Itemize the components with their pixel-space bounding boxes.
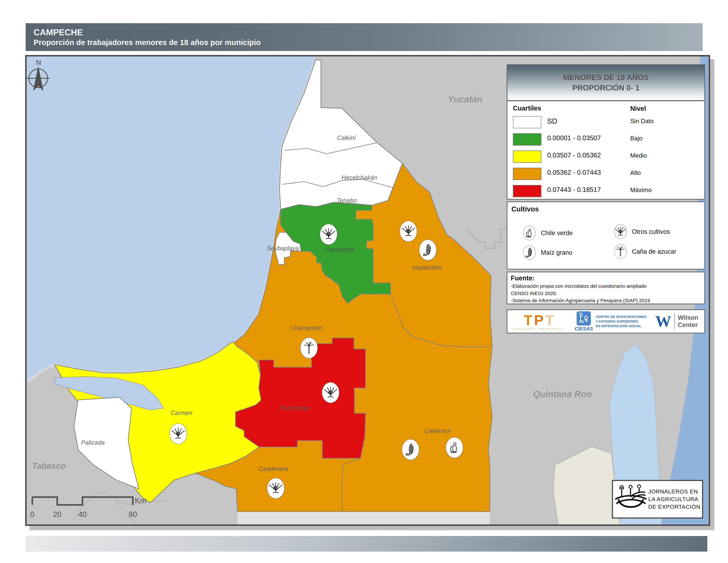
wilson-center-logo: W Wilson Center	[655, 314, 698, 329]
scale-tick-80: 80	[129, 510, 137, 519]
state-label-yucatan: Yucatán	[448, 94, 482, 104]
legend-row-maximo: 0.07443 - 0.18517 Máximo	[507, 184, 704, 199]
muni-label-calakmul: Calakmul	[425, 427, 451, 434]
legend-col-cuartiles: Cuartiles	[513, 104, 541, 112]
crop-icon-cana-de-azucar	[300, 338, 318, 358]
legend-col-nivel: Nivel	[630, 105, 646, 112]
cultivos-title: Cultivos	[511, 205, 539, 213]
ciesas-line: Y ESTUDIOS SUPERIORES	[596, 319, 647, 324]
legend-swatch-sd	[513, 116, 541, 128]
legend-range-maximo: 0.07443 - 0.18517	[547, 186, 601, 193]
cultivo-label: Chile verde	[541, 229, 573, 236]
region-guatemala	[238, 512, 490, 524]
crop-icon-chile-verde	[446, 437, 463, 458]
crop-icon-otros-cultivos	[320, 224, 337, 244]
tpt-letter: T	[545, 312, 556, 328]
legend-nivel-alto: Alto	[630, 169, 641, 176]
muni-label-champoton: Champotón	[290, 324, 322, 331]
jornaleros-line: LA AGRICULTURA	[648, 495, 700, 503]
jornaleros-logo-box: JORNALEROS EN LA AGRICULTURA DE EXPORTAC…	[612, 480, 703, 519]
legend-panel: MENORES DE 18 AÑOS PROPORCIÓN 0- 1 Cuart…	[507, 64, 705, 200]
crop-icon-otros-cultivos	[170, 423, 187, 444]
legend-nivel-sd: Sin Dato	[630, 118, 654, 125]
legend-nivel-maximo: Máximo	[630, 187, 652, 193]
crop-icon-otros-cultivos	[400, 221, 417, 241]
muni-label-seybaplaya: Seybaplaya	[267, 245, 299, 252]
state-label-tabasco: Tabasco	[32, 461, 66, 471]
legend-swatch-bajo	[513, 133, 541, 145]
tpt-subtext: EVALUACIÓN Y PROYECTOS S.C.	[513, 328, 566, 330]
fuente-title: Fuente:	[511, 274, 701, 282]
crop-icon-maiz-grano	[402, 439, 419, 460]
wilson-line2: Center	[678, 322, 698, 329]
legend-cultivos-panel: Cultivos Chile verde Maíz grano Otros cu…	[507, 201, 705, 269]
scale-bar-unit: Km	[135, 496, 146, 505]
legend-range-sd: SD	[547, 117, 557, 125]
crop-icon-otros-cultivos	[322, 382, 339, 403]
legend-fuente-panel: Fuente: -Elaboración propia con microdat…	[507, 271, 705, 305]
muni-label-hopelchen: Hopelchén	[412, 264, 442, 271]
wilson-line1: Wilson	[678, 314, 698, 322]
jornaleros-field-icon	[615, 482, 647, 517]
legend-header-line2: PROPORCIÓN 0- 1	[572, 83, 639, 93]
fuente-line: -Elaboración propia con microdatos del c…	[511, 283, 701, 290]
title-bar: CAMPECHE Proporción de trabajadores meno…	[26, 23, 703, 51]
legend-nivel-medio: Medio	[630, 152, 647, 159]
cultivo-item-otros-cultivos: Otros cultivos	[613, 224, 670, 239]
state-label-quintana-roo: Quintana Roo	[533, 389, 592, 399]
maiz-icon	[522, 245, 537, 260]
muni-label-campeche: Campeche	[325, 246, 355, 253]
ciesas-acronym: CIESAS	[574, 326, 593, 332]
scale-tick-0: 0	[30, 510, 34, 519]
chile-icon	[522, 225, 537, 240]
tpt-letter: P	[534, 312, 545, 328]
muni-label-escarcega: Escárcega	[280, 404, 309, 411]
tpt-logo: TPT EVALUACIÓN Y PROYECTOS S.C.	[513, 313, 566, 330]
wilson-w-icon: W	[655, 314, 671, 329]
cultivo-label: Otros cultivos	[632, 228, 670, 235]
crop-icon-otros-cultivos	[267, 478, 284, 499]
page-subtitle: Proporción de trabajadores menores de 18…	[34, 38, 703, 47]
legend-range-bajo: 0.00001 - 0.03507	[547, 134, 601, 142]
otros-icon	[613, 224, 628, 239]
ciesas-line: EN ANTROPOLOGÍA SOCIAL	[596, 324, 647, 329]
jornaleros-line: JORNALEROS EN	[648, 488, 700, 495]
legend-range-alto: 0.05362 - 0.07443	[547, 169, 601, 176]
legend-header: MENORES DE 18 AÑOS PROPORCIÓN 0- 1	[507, 65, 704, 101]
wilson-divider	[674, 314, 675, 329]
legend-swatch-maximo	[513, 185, 541, 197]
cultivo-label: Caña de azucar	[632, 248, 676, 255]
scale-tick-20: 20	[53, 510, 61, 519]
muni-label-palizada: Palizada	[81, 439, 105, 446]
legend-swatch-medio	[513, 150, 541, 163]
fuente-line: -Sistema de Información Agropecuaria y P…	[511, 297, 701, 304]
legend-swatch-alto	[513, 168, 541, 180]
ciesas-logo: CIESAS CENTRO DE INVESTIGACIONES Y ESTUD…	[574, 311, 647, 332]
legend-header-line1: MENORES DE 18 AÑOS	[563, 72, 649, 83]
legend-row-medio: 0.03507 - 0.05362 Medio	[507, 149, 704, 164]
bottom-gradient-strip	[26, 536, 707, 552]
muni-label-carmen: Carmen	[171, 409, 192, 416]
cultivo-item-maiz-grano: Maíz grano	[522, 245, 572, 260]
legend-range-medio: 0.03507 - 0.05362	[547, 151, 601, 159]
north-arrow-label: N	[36, 59, 41, 66]
jornaleros-line: DE EXPORTACIÓN	[648, 503, 700, 511]
scale-tick-40: 40	[78, 510, 87, 519]
cultivo-label: Maíz grano	[541, 249, 572, 256]
cultivo-item-cana-de-azucar: Caña de azucar	[613, 244, 676, 259]
ciesas-icon	[577, 311, 591, 326]
legend-row-bajo: 0.00001 - 0.03507 Bajo	[507, 132, 704, 147]
crop-icon-maiz-grano	[419, 239, 436, 260]
cana-icon	[613, 244, 628, 259]
cultivo-item-chile-verde: Chile verde	[522, 225, 573, 240]
fuente-line: CENSO INEGI 2020.	[511, 290, 701, 297]
muni-label-tenabo: Tenabo	[337, 197, 357, 204]
legend-row-alto: 0.05362 - 0.07443 Alto	[507, 166, 704, 182]
tpt-letter: T	[524, 312, 534, 328]
muni-label-candelaria: Candelaria	[258, 465, 288, 472]
legend-nivel-bajo: Bajo	[630, 135, 642, 142]
muni-label-calkini: Calkiní	[337, 134, 356, 141]
legend-logos-panel: TPT EVALUACIÓN Y PROYECTOS S.C. CIESAS C…	[507, 309, 705, 334]
ciesas-line: CENTRO DE INVESTIGACIONES	[596, 315, 647, 319]
muni-label-hecelchakan: Hecelchakán	[341, 174, 377, 181]
